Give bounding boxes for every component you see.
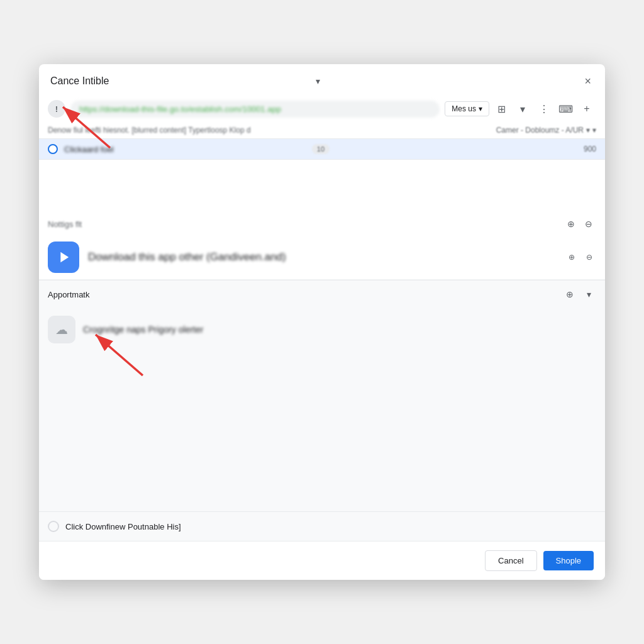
toolbar-icon-2[interactable]: ▾: [513, 99, 532, 118]
content-spacer: [39, 160, 605, 210]
app-name: Download this app other (Gandiveen.and): [88, 251, 286, 264]
row-badge: 10: [312, 144, 330, 154]
checkbox-row: Click Downfinew Poutnable His]: [39, 511, 605, 541]
primary-button[interactable]: Shople: [543, 551, 594, 570]
section-1-title: Nottigs flt: [48, 219, 564, 229]
highlighted-row[interactable]: Clickaard foel 10 900: [39, 139, 605, 160]
toolbar-keyboard-icon[interactable]: ⌨: [556, 99, 575, 118]
annotation-arrow-1: [57, 101, 119, 153]
toolbar-more-icon[interactable]: ⋮: [535, 99, 553, 118]
mes-us-button[interactable]: Mes us ▾: [445, 101, 489, 116]
toolbar-right: Mes us ▾ ⊞ ▾ ⋮ ⌨ +: [445, 99, 596, 118]
bottom-add-icon[interactable]: ⊕: [562, 287, 577, 302]
app-action-icon-1[interactable]: ⊕: [565, 250, 579, 264]
close-button[interactable]: ×: [582, 73, 594, 89]
dialog: Cance Intible ▾ × ! https://download-thi…: [39, 64, 605, 580]
annotation-arrow-2: [89, 328, 152, 380]
checkbox-input[interactable]: [48, 521, 59, 532]
breadcrumb-right: Camer - Dobloumz - A/UR ▾ ▾: [496, 126, 596, 135]
app-item-row: Download this app other (Gandiveen.and) …: [39, 235, 605, 280]
url-display[interactable]: https://download-this-file.go.to/establi…: [70, 101, 440, 118]
checkbox-label: Click Downfinew Poutnable His]: [65, 522, 181, 531]
bottom-section-icons: ⊕ ▾: [562, 287, 596, 302]
dialog-title: Cance Intible: [50, 75, 312, 87]
footer: Cancel Shople: [39, 541, 605, 580]
bottom-section-header: Apportmatk ⊕ ▾: [39, 280, 605, 308]
section-expand-icon[interactable]: ⊕: [564, 216, 579, 231]
toolbar-add-icon[interactable]: +: [577, 99, 596, 118]
play-triangle-icon: [55, 248, 72, 266]
app-action-icon-2[interactable]: ⊖: [582, 250, 596, 264]
row-count: 900: [584, 145, 596, 153]
bottom-section: Apportmatk ⊕ ▾ ☁ Crognritge naps Prigory…: [39, 280, 605, 541]
svg-line-3: [96, 335, 143, 375]
section-1-heading: Nottigs flt ⊕ ⊖: [39, 210, 605, 235]
cancel-button[interactable]: Cancel: [485, 550, 536, 571]
app-item-actions: ⊕ ⊖: [565, 250, 596, 264]
title-dropdown-icon[interactable]: ▾: [316, 76, 320, 86]
svg-line-1: [63, 107, 110, 148]
section-collapse-icon[interactable]: ⊖: [581, 216, 596, 231]
breadcrumb-row: Denow fiul leefti hiesnot. [blurred cont…: [39, 122, 605, 139]
address-bar-row: ! https://download-this-file.go.to/estab…: [39, 96, 605, 122]
bottom-app-icon: ☁: [48, 316, 75, 343]
bottom-section-title: Apportmatk: [48, 290, 89, 299]
app-icon-play: [48, 242, 79, 273]
bottom-down-icon[interactable]: ▾: [581, 287, 596, 302]
section-heading-icons: ⊕ ⊖: [564, 216, 596, 231]
toolbar-icon-1[interactable]: ⊞: [492, 99, 511, 118]
title-bar: Cance Intible ▾ ×: [39, 64, 605, 96]
